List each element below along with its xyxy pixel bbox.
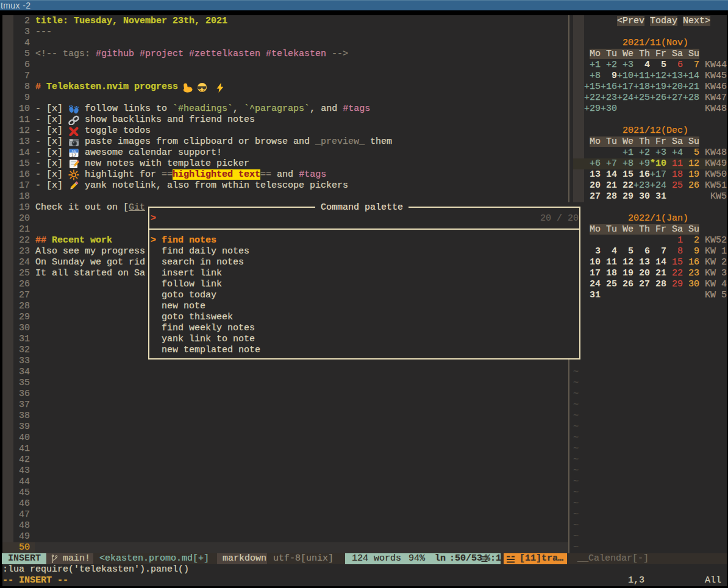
svg-text:17: 17	[71, 152, 76, 158]
